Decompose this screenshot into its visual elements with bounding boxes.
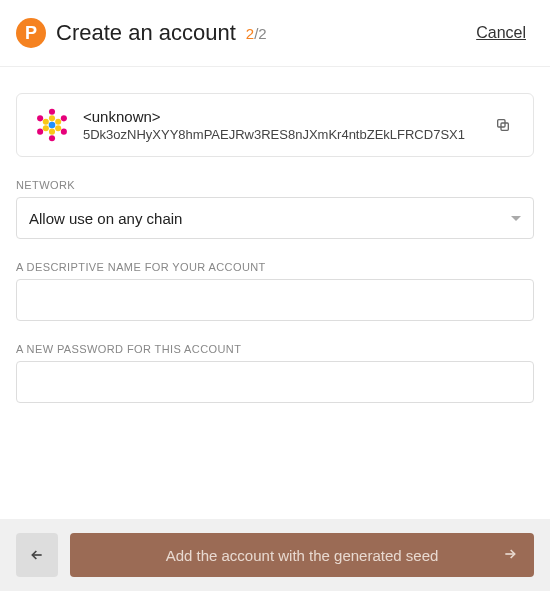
account-card: <unknown> 5Dk3ozNHyXYY8hmPAEJRw3RES8nJXm… <box>16 93 534 157</box>
svg-point-1 <box>49 109 55 115</box>
svg-point-9 <box>43 119 49 125</box>
header: P Create an account 2/2 Cancel <box>0 0 550 67</box>
footer: Add the account with the generated seed <box>0 519 550 591</box>
page-title: Create an account <box>56 20 236 46</box>
step-current: 2 <box>246 25 254 42</box>
svg-point-13 <box>49 122 56 129</box>
name-label: A DESCRIPTIVE NAME FOR YOUR ACCOUNT <box>16 261 534 273</box>
copy-icon <box>495 117 511 133</box>
password-label: A NEW PASSWORD FOR THIS ACCOUNT <box>16 343 534 355</box>
chevron-down-icon <box>511 216 521 221</box>
svg-point-12 <box>55 125 61 131</box>
svg-point-10 <box>55 119 61 125</box>
copy-address-button[interactable] <box>489 111 517 139</box>
content: <unknown> 5Dk3ozNHyXYY8hmPAEJRw3RES8nJXm… <box>0 67 550 519</box>
step-indicator: 2/2 <box>246 25 267 42</box>
svg-point-7 <box>49 115 55 121</box>
network-select[interactable]: Allow use on any chain <box>16 197 534 239</box>
network-selected-value: Allow use on any chain <box>29 210 182 227</box>
arrow-right-icon <box>502 546 518 565</box>
svg-point-2 <box>49 135 55 141</box>
account-text: <unknown> 5Dk3ozNHyXYY8hmPAEJRw3RES8nJXm… <box>83 108 477 142</box>
svg-point-3 <box>37 115 43 121</box>
account-name-input[interactable] <box>16 279 534 321</box>
step-total: /2 <box>254 25 267 42</box>
primary-button-label: Add the account with the generated seed <box>166 547 439 564</box>
svg-point-8 <box>49 129 55 135</box>
password-input[interactable] <box>16 361 534 403</box>
account-address: 5Dk3ozNHyXYY8hmPAEJRw3RES8nJXmKr4ntbZEkL… <box>83 127 477 142</box>
svg-point-11 <box>43 125 49 131</box>
svg-point-4 <box>61 115 67 121</box>
back-button[interactable] <box>16 533 58 577</box>
arrow-left-icon <box>29 547 45 563</box>
network-label: NETWORK <box>16 179 534 191</box>
cancel-button[interactable]: Cancel <box>476 24 526 42</box>
svg-point-6 <box>61 129 67 135</box>
svg-point-5 <box>37 129 43 135</box>
polkadot-logo-icon: P <box>16 18 46 48</box>
header-left: P Create an account 2/2 <box>16 18 267 48</box>
add-account-button[interactable]: Add the account with the generated seed <box>70 533 534 577</box>
account-name: <unknown> <box>83 108 477 125</box>
identicon-icon <box>33 106 71 144</box>
